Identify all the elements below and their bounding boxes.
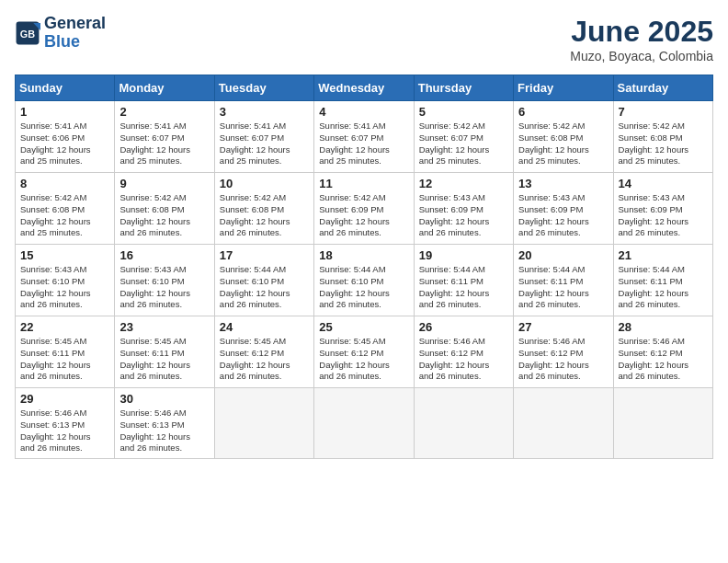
day-info: Sunrise: 5:43 AM Sunset: 6:09 PM Dayligh…: [419, 192, 508, 239]
day-info: Sunrise: 5:42 AM Sunset: 6:08 PM Dayligh…: [518, 121, 608, 167]
calendar-cell: 3Sunrise: 5:41 AM Sunset: 6:07 PM Daylig…: [214, 101, 313, 173]
day-number: 19: [419, 248, 508, 262]
calendar-cell: 14Sunrise: 5:43 AM Sunset: 6:09 PM Dayli…: [613, 173, 712, 245]
weekday-header-friday: Friday: [514, 75, 613, 101]
day-info: Sunrise: 5:45 AM Sunset: 6:11 PM Dayligh…: [119, 336, 209, 383]
calendar-cell: 4Sunrise: 5:41 AM Sunset: 6:07 PM Daylig…: [314, 101, 414, 173]
weekday-header-sunday: Sunday: [16, 75, 115, 101]
calendar-cell: [314, 388, 414, 459]
calendar-cell: 26Sunrise: 5:46 AM Sunset: 6:12 PM Dayli…: [414, 316, 513, 388]
day-number: 22: [20, 320, 109, 334]
calendar-cell: 23Sunrise: 5:45 AM Sunset: 6:11 PM Dayli…: [115, 316, 214, 388]
day-number: 30: [119, 392, 209, 406]
calendar-cell: 19Sunrise: 5:44 AM Sunset: 6:11 PM Dayli…: [414, 245, 513, 316]
calendar-cell: [214, 388, 313, 459]
day-info: Sunrise: 5:46 AM Sunset: 6:12 PM Dayligh…: [518, 336, 608, 383]
day-number: 11: [319, 177, 408, 190]
calendar-cell: 6Sunrise: 5:42 AM Sunset: 6:08 PM Daylig…: [514, 101, 613, 173]
day-number: 25: [319, 320, 408, 334]
day-info: Sunrise: 5:41 AM Sunset: 6:07 PM Dayligh…: [319, 121, 408, 167]
day-number: 5: [419, 105, 508, 119]
weekday-header-monday: Monday: [115, 75, 214, 101]
day-number: 2: [119, 105, 209, 119]
day-number: 21: [619, 248, 708, 262]
logo: GB General Blue: [15, 15, 106, 52]
day-info: Sunrise: 5:46 AM Sunset: 6:13 PM Dayligh…: [20, 408, 109, 454]
day-info: Sunrise: 5:42 AM Sunset: 6:09 PM Dayligh…: [319, 192, 408, 239]
location: Muzo, Boyaca, Colombia: [570, 49, 713, 63]
day-number: 12: [419, 177, 508, 190]
day-info: Sunrise: 5:41 AM Sunset: 6:07 PM Dayligh…: [220, 121, 309, 167]
month-title: June 2025: [570, 15, 713, 49]
day-number: 8: [20, 177, 109, 190]
page-header: GB General Blue June 2025 Muzo, Boyaca, …: [15, 15, 713, 63]
day-info: Sunrise: 5:41 AM Sunset: 6:06 PM Dayligh…: [20, 121, 109, 167]
day-info: Sunrise: 5:43 AM Sunset: 6:10 PM Dayligh…: [20, 264, 109, 311]
weekday-header-thursday: Thursday: [414, 75, 513, 101]
weekday-header-tuesday: Tuesday: [214, 75, 313, 101]
calendar-cell: 22Sunrise: 5:45 AM Sunset: 6:11 PM Dayli…: [16, 316, 115, 388]
day-number: 24: [220, 320, 309, 334]
calendar-cell: 28Sunrise: 5:46 AM Sunset: 6:12 PM Dayli…: [613, 316, 712, 388]
calendar-week-row: 8Sunrise: 5:42 AM Sunset: 6:08 PM Daylig…: [16, 173, 713, 245]
day-info: Sunrise: 5:43 AM Sunset: 6:09 PM Dayligh…: [619, 192, 708, 239]
logo-icon: GB: [15, 20, 40, 46]
day-number: 28: [619, 320, 708, 334]
day-number: 7: [619, 105, 708, 119]
calendar-cell: 25Sunrise: 5:45 AM Sunset: 6:12 PM Dayli…: [314, 316, 414, 388]
calendar-cell: 5Sunrise: 5:42 AM Sunset: 6:07 PM Daylig…: [414, 101, 513, 173]
day-info: Sunrise: 5:44 AM Sunset: 6:11 PM Dayligh…: [518, 264, 608, 311]
calendar-cell: 2Sunrise: 5:41 AM Sunset: 6:07 PM Daylig…: [115, 101, 214, 173]
logo-text: General Blue: [44, 15, 106, 52]
calendar-cell: 11Sunrise: 5:42 AM Sunset: 6:09 PM Dayli…: [314, 173, 414, 245]
day-info: Sunrise: 5:42 AM Sunset: 6:08 PM Dayligh…: [220, 192, 309, 239]
calendar-cell: 16Sunrise: 5:43 AM Sunset: 6:10 PM Dayli…: [115, 245, 214, 316]
day-number: 17: [220, 248, 309, 262]
day-info: Sunrise: 5:41 AM Sunset: 6:07 PM Dayligh…: [119, 121, 209, 167]
calendar-header-row: SundayMondayTuesdayWednesdayThursdayFrid…: [16, 75, 713, 101]
calendar-cell: [613, 388, 712, 459]
day-number: 20: [518, 248, 608, 262]
day-number: 26: [419, 320, 508, 334]
calendar-cell: 9Sunrise: 5:42 AM Sunset: 6:08 PM Daylig…: [115, 173, 214, 245]
day-number: 1: [20, 105, 109, 119]
day-number: 13: [518, 177, 608, 190]
day-number: 4: [319, 105, 408, 119]
calendar-week-row: 29Sunrise: 5:46 AM Sunset: 6:13 PM Dayli…: [16, 388, 713, 459]
calendar-cell: 20Sunrise: 5:44 AM Sunset: 6:11 PM Dayli…: [514, 245, 613, 316]
day-number: 29: [20, 392, 109, 406]
day-info: Sunrise: 5:42 AM Sunset: 6:07 PM Dayligh…: [419, 121, 508, 167]
calendar-week-row: 15Sunrise: 5:43 AM Sunset: 6:10 PM Dayli…: [16, 245, 713, 316]
calendar-cell: 18Sunrise: 5:44 AM Sunset: 6:10 PM Dayli…: [314, 245, 414, 316]
calendar-cell: 7Sunrise: 5:42 AM Sunset: 6:08 PM Daylig…: [613, 101, 712, 173]
day-info: Sunrise: 5:46 AM Sunset: 6:13 PM Dayligh…: [119, 408, 209, 454]
day-info: Sunrise: 5:44 AM Sunset: 6:10 PM Dayligh…: [220, 264, 309, 311]
weekday-header-wednesday: Wednesday: [314, 75, 414, 101]
title-block: June 2025 Muzo, Boyaca, Colombia: [570, 15, 713, 63]
day-info: Sunrise: 5:42 AM Sunset: 6:08 PM Dayligh…: [119, 192, 209, 239]
svg-text:GB: GB: [20, 28, 35, 39]
day-number: 15: [20, 248, 109, 262]
logo-line2: Blue: [44, 32, 80, 51]
calendar-cell: 30Sunrise: 5:46 AM Sunset: 6:13 PM Dayli…: [115, 388, 214, 459]
calendar-cell: 10Sunrise: 5:42 AM Sunset: 6:08 PM Dayli…: [214, 173, 313, 245]
day-number: 18: [319, 248, 408, 262]
logo-line1: General: [44, 15, 106, 33]
day-number: 27: [518, 320, 608, 334]
calendar-cell: 21Sunrise: 5:44 AM Sunset: 6:11 PM Dayli…: [613, 245, 712, 316]
day-info: Sunrise: 5:42 AM Sunset: 6:08 PM Dayligh…: [619, 121, 708, 167]
calendar-cell: 15Sunrise: 5:43 AM Sunset: 6:10 PM Dayli…: [16, 245, 115, 316]
calendar-cell: 1Sunrise: 5:41 AM Sunset: 6:06 PM Daylig…: [16, 101, 115, 173]
day-info: Sunrise: 5:45 AM Sunset: 6:12 PM Dayligh…: [220, 336, 309, 383]
day-number: 3: [220, 105, 309, 119]
calendar-cell: 12Sunrise: 5:43 AM Sunset: 6:09 PM Dayli…: [414, 173, 513, 245]
day-info: Sunrise: 5:44 AM Sunset: 6:10 PM Dayligh…: [319, 264, 408, 311]
calendar-cell: 13Sunrise: 5:43 AM Sunset: 6:09 PM Dayli…: [514, 173, 613, 245]
calendar: SundayMondayTuesdayWednesdayThursdayFrid…: [15, 75, 713, 459]
day-info: Sunrise: 5:45 AM Sunset: 6:11 PM Dayligh…: [20, 336, 109, 383]
day-number: 10: [220, 177, 309, 190]
day-info: Sunrise: 5:45 AM Sunset: 6:12 PM Dayligh…: [319, 336, 408, 383]
day-info: Sunrise: 5:46 AM Sunset: 6:12 PM Dayligh…: [619, 336, 708, 383]
calendar-cell: 8Sunrise: 5:42 AM Sunset: 6:08 PM Daylig…: [16, 173, 115, 245]
day-number: 23: [119, 320, 209, 334]
